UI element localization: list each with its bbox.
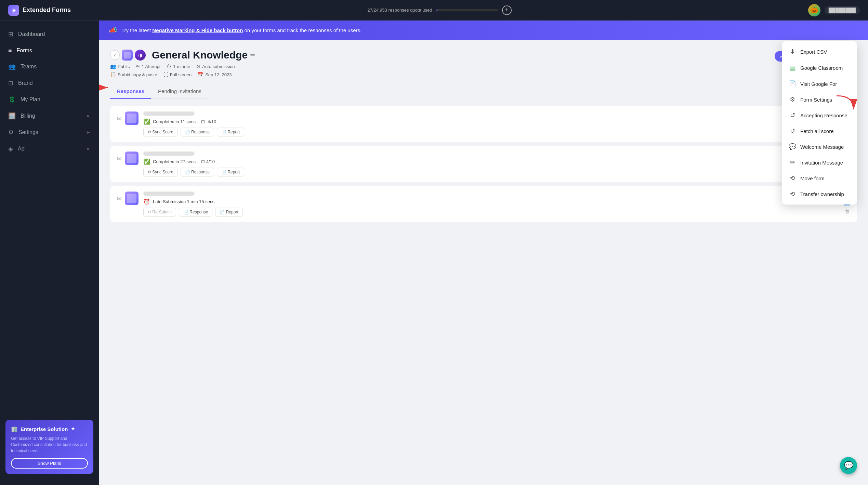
- invitation-message-icon: ✏: [789, 159, 796, 166]
- sidebar-label-forms: Forms: [17, 48, 32, 54]
- dropdown-visit-google[interactable]: 📄 Visit Google For: [782, 76, 857, 92]
- response-status-3: ⏰ Late Submission 1 min 15 secs: [143, 198, 838, 205]
- quota-add-button[interactable]: +: [502, 5, 512, 15]
- dropdown-export-csv[interactable]: ⬇ Export CSV: [782, 44, 857, 60]
- response-status-1: ✅ Completed in 11 secs ⊡ -4/10: [143, 118, 838, 125]
- response-actions-3: ↺ Re-Submit 📄 Response 📄 Report: [143, 208, 838, 217]
- enterprise-title: Enterprise Solution: [21, 426, 68, 432]
- response-body-2: ✅ Completed in 27 secs ⊡ 4/10 ↺ Sync Sco…: [143, 152, 838, 176]
- sync-score-button-1[interactable]: ↺ Sync Score: [143, 128, 178, 136]
- sidebar-item-teams[interactable]: 👥 Teams: [0, 58, 99, 75]
- enterprise-building-icon: 🏢: [11, 426, 18, 432]
- response-status-2: ✅ Completed in 27 secs ⊡ 4/10: [143, 158, 838, 165]
- sidebar-item-forms[interactable]: ≡ Forms: [0, 42, 99, 58]
- meta-auto: ⊙ Auto submission: [196, 64, 235, 69]
- dropdown-export-csv-label: Export CSV: [800, 49, 827, 55]
- response-button-2[interactable]: 📄 Response: [181, 168, 214, 176]
- sidebar-label-settings: Settings: [18, 129, 38, 135]
- dropdown-form-settings[interactable]: ⚙ Form Settings: [782, 92, 857, 107]
- avatar-inner-1: [127, 114, 136, 123]
- dropdown-invitation-message[interactable]: ✏ Invitation Message: [782, 155, 857, 170]
- layout: ⊞ Dashboard ≡ Forms 👥 Teams ⊡ Brand 💲 My…: [0, 21, 868, 485]
- response-actions-1: ↺ Sync Score 📄 Response 📄 Report: [143, 128, 838, 136]
- dropdown-transfer-ownership[interactable]: ⟲ Transfer ownership: [782, 186, 857, 202]
- response-status-text-1: Completed in 11 secs: [153, 119, 196, 124]
- brand-icon: ⊡: [8, 79, 13, 87]
- tab-responses[interactable]: Responses: [110, 84, 151, 99]
- banner-text: Try the latest Negative Marking & Hide b…: [121, 27, 361, 33]
- form-avatar-inner: [124, 52, 131, 58]
- form-title-section: ‹ ◑ General Knowledge ✏ 👥: [110, 49, 255, 77]
- sidebar-item-brand[interactable]: ⊡ Brand: [0, 75, 99, 91]
- quota-bar: [436, 9, 498, 11]
- response-button-1[interactable]: 📄 Response: [181, 128, 214, 136]
- response-button-3[interactable]: 📄 Response: [179, 208, 212, 217]
- dropdown-fetch-all-score[interactable]: ↺ Fetch all score: [782, 123, 857, 139]
- auto-icon: ⊙: [196, 64, 200, 69]
- banner-text-after: on your forms and track the responses of…: [243, 27, 361, 33]
- date-icon: 📅: [198, 72, 203, 77]
- topbar-right: 🎃 ████████: [808, 4, 860, 16]
- meta-public: 👥 Public: [110, 64, 130, 69]
- response-email-2: [143, 152, 195, 156]
- sidebar-item-billing[interactable]: 🪟 Billing ►: [0, 108, 99, 124]
- enterprise-header: 🏢 Enterprise Solution ✦: [11, 425, 88, 433]
- dashboard-icon: ⊞: [8, 30, 13, 38]
- transfer-ownership-icon: ⟲: [789, 190, 796, 198]
- form-detail: ‹ ◑ General Knowledge ✏ 👥: [99, 40, 868, 236]
- form-prev-button[interactable]: ‹: [110, 50, 120, 60]
- tab-pending[interactable]: Pending Invitations: [151, 84, 208, 99]
- move-form-icon: ⟲: [789, 174, 796, 182]
- report-button-3[interactable]: 📄 Report: [215, 208, 242, 217]
- sidebar-label-myplan: My Plan: [21, 96, 40, 103]
- sync-score-button-2[interactable]: ↺ Sync Score: [143, 168, 178, 176]
- status-ok-icon-2: ✅: [143, 158, 150, 165]
- dropdown-move-form[interactable]: ⟲ Move form: [782, 170, 857, 186]
- meta-auto-text: Auto submission: [202, 64, 235, 69]
- dropdown-form-settings-label: Form Settings: [800, 97, 832, 103]
- status-warn-icon-3: ⏰: [143, 198, 150, 205]
- main-content: 📣 Try the latest Negative Marking & Hide…: [99, 21, 868, 485]
- topbar-left: ◈ Extended Forms: [8, 5, 71, 16]
- topbar: ◈ Extended Forms 27/24,953 responses quo…: [0, 0, 868, 21]
- response-email-1: [143, 112, 195, 116]
- sidebar-bottom: 🏢 Enterprise Solution ✦ Get access to VI…: [0, 414, 99, 480]
- api-arrow: ►: [87, 146, 91, 151]
- meta-forbid-text: Forbid copy & paste: [118, 72, 157, 77]
- email-icon-1: ✉: [117, 115, 121, 122]
- dropdown-welcome-message[interactable]: 💬 Welcome Message: [782, 139, 857, 155]
- myplan-icon: 💲: [8, 96, 16, 103]
- meta-time: ⏱ 1 minute: [167, 64, 190, 69]
- banner-icon: 📣: [109, 26, 117, 34]
- show-plans-button[interactable]: Show Plans: [11, 458, 88, 469]
- tabs: Responses Pending Invitations: [110, 84, 208, 99]
- form-title-row: ‹ ◑ General Knowledge ✏: [110, 49, 255, 61]
- meta-attempt: ✏ 1 Attempt: [136, 64, 160, 69]
- dropdown-google-classroom[interactable]: ▦ Google Classroom: [782, 60, 857, 76]
- response-item-2: ✉ ✅ Completed in 27 secs ⊡ 4/10: [110, 146, 857, 182]
- meta-date: 📅 Sep 12, 2023: [198, 72, 232, 77]
- chat-button[interactable]: 💬: [840, 457, 857, 474]
- dropdown-invitation-message-label: Invitation Message: [800, 160, 843, 166]
- response-status-text-2: Completed in 27 secs: [153, 159, 196, 164]
- resubmit-button-3[interactable]: ↺ Re-Submit: [143, 208, 176, 217]
- response-item-3: ✉ ⏰ Late Submission 1 min 15 secs ↺ Re-S…: [110, 186, 857, 222]
- forbid-icon: 📋: [110, 72, 116, 77]
- meta-attempt-text: 1 Attempt: [142, 64, 160, 69]
- app-title: Extended Forms: [23, 6, 71, 14]
- dropdown-accepting-response[interactable]: ↺ Accepting Response: [782, 107, 857, 123]
- sidebar-item-dashboard[interactable]: ⊞ Dashboard: [0, 26, 99, 42]
- form-header: ‹ ◑ General Knowledge ✏ 👥: [110, 49, 857, 77]
- sidebar-item-myplan[interactable]: 💲 My Plan: [0, 91, 99, 108]
- banner-link[interactable]: Negative Marking & Hide back button: [152, 27, 243, 33]
- sidebar-item-api[interactable]: ◈ Api ►: [0, 141, 99, 157]
- sidebar-item-settings[interactable]: ⚙ Settings ►: [0, 124, 99, 141]
- edit-title-icon[interactable]: ✏: [250, 51, 255, 59]
- report-button-1[interactable]: 📄 Report: [217, 128, 244, 136]
- report-button-2[interactable]: 📄 Report: [217, 168, 244, 176]
- meta-forbid: 📋 Forbid copy & paste: [110, 72, 157, 77]
- sidebar-label-api: Api: [18, 146, 26, 152]
- avatar-inner-3: [127, 194, 136, 203]
- avatar: 🎃: [808, 4, 820, 16]
- response-avatar-2: [125, 152, 139, 165]
